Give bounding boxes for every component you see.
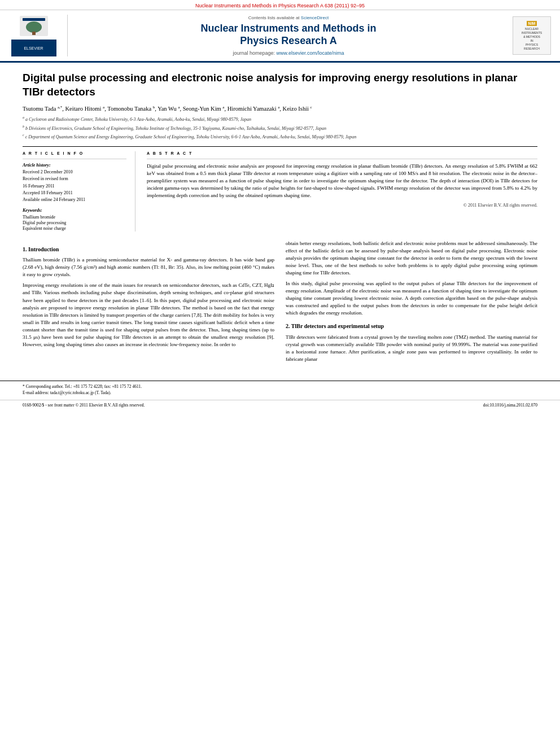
footer-copyright: 0168-9002/$ - see front matter © 2011 El… [23,403,145,408]
paper-right-column: obtain better energy resolutions, both b… [286,240,537,366]
nim-accent: NIM [527,21,537,26]
section2-para: TlBr detectors were fabricated from a cr… [286,334,537,363]
top-banner: Nuclear Instruments and Methods in Physi… [0,0,560,10]
keyword-2: Digital pulse processing [23,220,126,225]
abstract-divider [147,159,537,159]
intro-para-1: Thallium bromide (TlBr) is a promising s… [23,256,274,278]
author-yamazaki: Hiromichi Yamazaki a, [228,106,281,112]
info-divider [23,159,126,159]
abstract-text: Digital pulse processing and electronic … [147,163,537,199]
nim-logo-text: NUCLEARINSTRUMENTS& METHODSINPHYSICSRESE… [522,27,542,51]
footnote-email: E-mail address: tada.t@cyric.tohoku.ac.j… [23,390,537,395]
article-title: Digital pulse processing and electronic … [23,71,537,99]
author-hitomi: Keitaro Hitomi a, [65,106,106,112]
affiliations: a a Cyclotron and Radioisotope Center, T… [23,115,537,141]
left-logo-area: ELSEVIER [6,15,68,56]
history-revised-date: 16 February 2011 [23,184,126,189]
keyword-1: Thallium bromide [23,215,126,220]
abstract-column: A B S T R A C T Digital pulse processing… [147,151,537,231]
authors-line: Tsutomu Tada a,*, Keitaro Hitomi a, Tomo… [23,104,537,112]
paper-left-column: 1. Introduction Thallium bromide (TlBr) … [23,240,274,366]
journal-citation: Nuclear Instruments and Methods in Physi… [195,3,365,8]
author-tada: Tsutomu Tada a,*, [23,106,64,112]
history-received: Received 2 December 2010 [23,169,126,175]
paper-body: 1. Introduction Thallium bromide (TlBr) … [23,240,537,366]
keywords-label: Keywords: [23,208,126,213]
article-info-column: A R T I C L E I N F O Article history: R… [23,151,135,231]
keyword-3: Equivalent noise charge [23,226,126,231]
nim-logo-box: NIM NUCLEARINSTRUMENTS& METHODSINPHYSICS… [513,16,551,55]
history-revised-label: Received in revised form [23,176,126,182]
article-info-abstract: A R T I C L E I N F O Article history: R… [23,151,537,231]
main-content: Digital pulse processing and electronic … [0,63,560,375]
author-wu: Yan Wu a, [158,106,181,112]
author-ishii: Keizo Ishii c [283,106,312,112]
sciencedirect-link[interactable]: ScienceDirect [301,15,329,20]
journal-header: ELSEVIER Contents lists available at Sci… [0,10,560,63]
footnote-star: * Corresponding author. Tel.: +81 175 72… [23,384,537,389]
author-kim: Seong-Yun Kim a, [183,106,226,112]
elsevier-logo: ELSEVIER [11,40,56,56]
homepage-link[interactable]: www.elsevier.com/locate/nima [277,50,344,56]
intro-para-2: Improving energy resolutions is one of t… [23,282,274,348]
history-label: Article history: [23,163,126,168]
sciencedirect-text: Contents lists available at ScienceDirec… [73,15,504,20]
journal-title: Nuclear Instruments and Methods in Physi… [73,23,504,47]
right-logo-area: NIM NUCLEARINSTRUMENTS& METHODSINPHYSICS… [509,15,554,56]
history-accepted: Accepted 18 February 2011 [23,190,126,196]
history-online: Available online 24 February 2011 [23,197,126,203]
affiliation-c: c c Department of Quantum Science and En… [23,133,537,141]
footer-doi: doi:10.1016/j.nima.2011.02.070 [483,403,537,408]
svg-rect-1 [23,18,45,21]
affiliation-a: a a Cyclotron and Radioisotope Center, T… [23,115,537,123]
section-1-heading: 1. Introduction [23,246,274,254]
journal-title-area: Contents lists available at ScienceDirec… [73,15,504,56]
copyright: © 2011 Elsevier B.V. All rights reserved… [147,203,537,208]
section-2-heading: 2. TlBr detectors and experimental setup [286,322,537,331]
header-divider [23,146,537,147]
journal-homepage: journal homepage: www.elsevier.com/locat… [73,50,504,56]
footer-bar: 0168-9002/$ - see front matter © 2011 El… [0,400,560,408]
article-info-heading: A R T I C L E I N F O [23,151,126,155]
right-intro-para-2: In this study, digital pulse processing … [286,280,537,317]
svg-point-2 [26,21,42,33]
paper-footer: * Corresponding author. Tel.: +81 175 72… [0,381,560,395]
tree-logo-icon [17,15,51,37]
right-intro-para-1: obtain better energy resolutions, both b… [286,240,537,277]
affiliation-b: b b Divisions of Electronics, Graduate S… [23,124,537,132]
svg-rect-3 [32,32,36,35]
author-tanaka: Tomonobu Tanaka b, [107,106,156,112]
abstract-heading: A B S T R A C T [147,151,537,155]
